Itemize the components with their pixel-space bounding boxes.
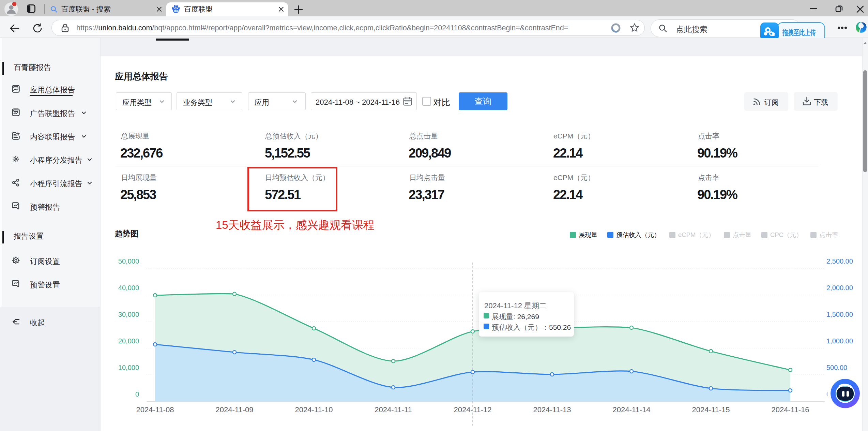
svg-text:du: du [174,9,178,13]
